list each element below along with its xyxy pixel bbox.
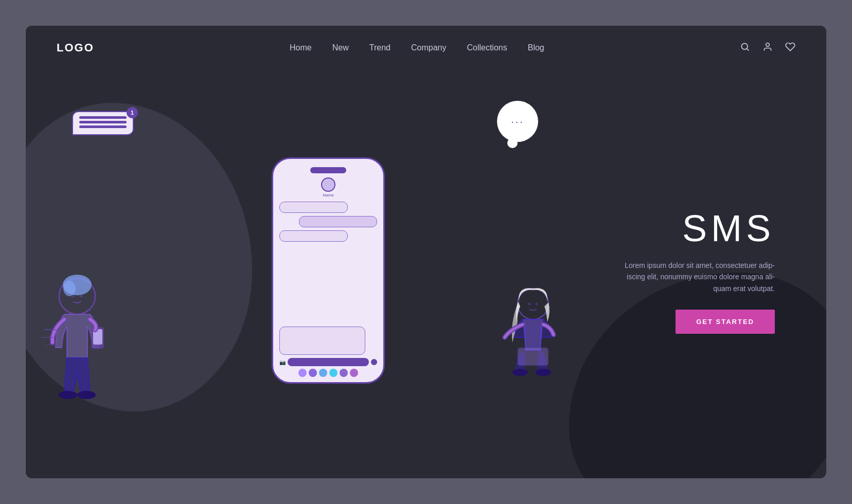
contact-avatar: [321, 177, 335, 192]
nav-menu: Home New Trend Company Collections Blog: [290, 43, 544, 52]
nav-item-collections[interactable]: Collections: [467, 43, 507, 52]
description-text: Lorem ipsum dolor sit amet, consectetuer…: [610, 260, 775, 294]
svg-rect-20: [518, 348, 548, 366]
speech-bubble-round: ···: [497, 101, 538, 142]
logo: LOGO: [57, 41, 94, 55]
msg-bubble-1: [279, 202, 348, 213]
input-field: [288, 358, 369, 366]
msg-bubble-3: [279, 230, 348, 242]
notification-badge: 1: [127, 107, 138, 118]
header: LOGO Home New Trend Company Collections …: [26, 26, 826, 70]
heart-icon[interactable]: [785, 42, 795, 55]
person-right-character: [487, 271, 569, 466]
phone-bottom: 📷: [279, 358, 377, 377]
nav-item-home[interactable]: Home: [290, 43, 312, 52]
search-icon[interactable]: [740, 42, 750, 55]
nav-item-blog[interactable]: Blog: [528, 43, 544, 52]
main-content: 1 ···: [26, 70, 826, 471]
dot-2: [309, 369, 317, 377]
floating-bubble-left: 1: [72, 111, 134, 135]
bubble-line-3: [79, 125, 127, 128]
nav-item-new[interactable]: New: [332, 43, 349, 52]
nav-item-company[interactable]: Company: [411, 43, 446, 52]
user-icon[interactable]: [762, 42, 773, 55]
svg-point-6: [72, 295, 75, 298]
nav-icons: [740, 42, 795, 55]
dot-5: [340, 369, 348, 377]
msg-bubble-2: [299, 216, 377, 227]
svg-point-0: [741, 43, 748, 49]
chat-bubble-box: 1: [72, 111, 134, 135]
svg-point-10: [59, 391, 77, 399]
illustration-area: 1 ···: [57, 70, 600, 471]
camera-icon: 📷: [279, 359, 286, 365]
chat-messages: [279, 202, 377, 355]
phone-contact: Name: [321, 177, 335, 197]
color-dots: [279, 369, 377, 377]
svg-point-5: [63, 281, 76, 296]
bubble-line-2: [79, 121, 127, 123]
get-started-button[interactable]: GET STARTED: [676, 310, 775, 334]
dot-4: [329, 369, 338, 377]
dot-6: [350, 369, 358, 377]
svg-point-16: [528, 303, 531, 305]
svg-point-15: [518, 289, 548, 319]
nav-item-trend[interactable]: Trend: [369, 43, 390, 52]
sms-title: SMS: [600, 207, 775, 249]
floating-bubble-right: ···: [497, 101, 538, 142]
right-content: SMS Lorem ipsum dolor sit amet, consecte…: [600, 207, 795, 334]
svg-point-19: [536, 369, 551, 376]
contact-name: Name: [323, 193, 333, 197]
phone-notch: [310, 167, 346, 173]
person-left-character: [36, 240, 129, 466]
svg-point-18: [512, 369, 528, 376]
dot-1: [298, 369, 307, 377]
svg-point-7: [80, 295, 83, 298]
dot-3: [319, 369, 327, 377]
mic-icon: [371, 359, 377, 365]
dots-indicator: ···: [511, 116, 524, 128]
svg-point-17: [536, 303, 538, 305]
svg-point-11: [77, 391, 96, 399]
phone-mockup: Name 📷: [272, 157, 385, 384]
svg-point-2: [766, 43, 770, 46]
bubble-line-1: [79, 116, 127, 119]
msg-bubble-large: [279, 327, 365, 355]
phone-input-bar: 📷: [279, 358, 377, 366]
svg-line-1: [747, 48, 749, 50]
page-container: LOGO Home New Trend Company Collections …: [26, 26, 826, 478]
